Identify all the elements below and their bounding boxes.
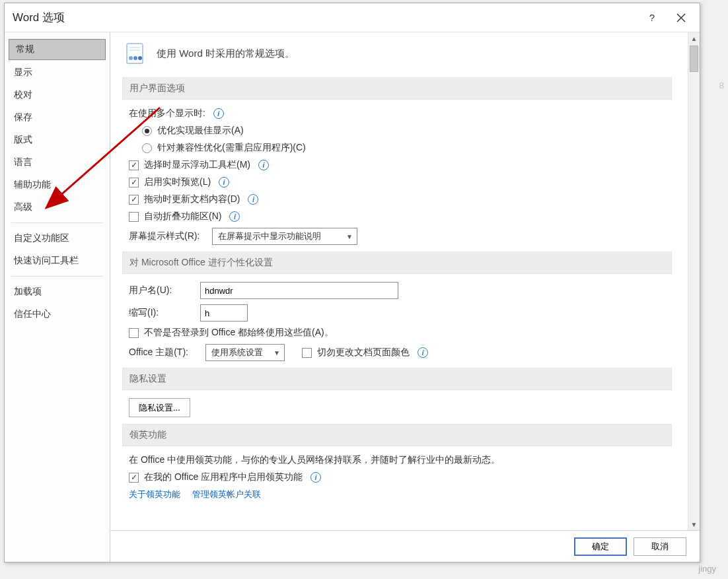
sidebar-item-trust-center[interactable]: 信任中心 [5, 303, 110, 325]
sidebar-item-save[interactable]: 保存 [5, 106, 110, 129]
svg-point-5 [138, 56, 142, 60]
scroll-thumb[interactable] [690, 46, 698, 72]
info-icon[interactable]: i [248, 194, 258, 205]
svg-point-3 [129, 56, 133, 60]
privacy-settings-button[interactable]: 隐私设置... [129, 398, 190, 417]
page-heading: 使用 Word 时采用的常规选项。 [122, 42, 672, 65]
section-linkedin: 领英功能 [122, 424, 672, 446]
sidebar-item-proofing[interactable]: 校对 [5, 84, 110, 106]
checkbox-collapse-ribbon-label: 自动折叠功能区(N) [144, 211, 221, 222]
section-privacy: 隐私设置 [122, 368, 672, 390]
radio-optimize-compat-label: 针对兼容性优化(需重启应用程序)(C) [157, 142, 306, 154]
chevron-down-icon: ▼ [273, 349, 280, 357]
section-ui-options: 用户界面选项 [122, 77, 672, 100]
sidebar-item-quick-access[interactable]: 快速访问工具栏 [5, 250, 110, 272]
link-manage-linkedin[interactable]: 管理领英帐户关联 [192, 489, 261, 500]
screentip-style-dropdown[interactable]: 在屏幕提示中显示功能说明 ▼ [212, 228, 357, 245]
office-theme-dropdown[interactable]: 使用系统设置 ▼ [205, 344, 285, 361]
sidebar-separator [11, 222, 103, 223]
sidebar-item-language[interactable]: 语言 [5, 151, 110, 174]
info-icon[interactable]: i [229, 211, 240, 222]
screentip-style-label: 屏幕提示样式(R): [129, 230, 207, 242]
dialog-body: 常规 显示 校对 保存 版式 语言 辅助功能 高级 自定义功能区 快速访问工具栏… [5, 32, 700, 562]
username-label: 用户名(U): [129, 285, 195, 296]
checkbox-always-use-values[interactable] [129, 328, 139, 338]
radio-optimize-compat[interactable] [142, 143, 152, 153]
sidebar-item-customize-ribbon[interactable]: 自定义功能区 [5, 227, 110, 250]
info-icon[interactable]: i [310, 472, 321, 483]
info-icon[interactable]: i [213, 108, 224, 119]
initials-label: 缩写(I): [129, 307, 195, 319]
vertical-scrollbar[interactable]: ▲ ▼ [688, 32, 700, 530]
cancel-button[interactable]: 取消 [634, 537, 686, 556]
sidebar-item-addins[interactable]: 加载项 [5, 281, 110, 303]
background-text: 8 [719, 81, 724, 90]
checkbox-live-preview[interactable] [129, 178, 139, 187]
checkbox-collapse-ribbon[interactable] [129, 212, 139, 222]
dialog-footer: 确定 取消 [110, 530, 700, 562]
checkbox-enable-linkedin[interactable] [129, 473, 139, 483]
content-panel: 使用 Word 时采用的常规选项。 用户界面选项 在使用多个显示时: i 优化实… [110, 32, 688, 530]
close-icon [676, 13, 686, 22]
info-icon[interactable]: i [418, 347, 428, 358]
svg-rect-2 [127, 44, 143, 63]
close-button[interactable] [667, 7, 696, 28]
help-button[interactable]: ? [637, 7, 667, 28]
sidebar-item-display[interactable]: 显示 [5, 61, 110, 84]
checkbox-live-preview-label: 启用实时预览(L) [144, 176, 211, 188]
checkbox-always-use-values-label: 不管是否登录到 Office 都始终使用这些值(A)。 [144, 327, 334, 339]
titlebar: Word 选项 ? [5, 3, 700, 32]
sidebar-item-layout[interactable]: 版式 [5, 129, 110, 151]
multi-display-label: 在使用多个显示时: [129, 108, 205, 119]
scroll-down-arrow-icon[interactable]: ▼ [688, 518, 700, 530]
chevron-down-icon: ▼ [346, 233, 353, 240]
sidebar-separator [11, 276, 103, 277]
svg-point-4 [133, 56, 137, 60]
checkbox-enable-linkedin-label: 在我的 Office 应用程序中启用领英功能 [144, 471, 303, 483]
section-personalize: 对 Microsoft Office 进行个性化设置 [122, 252, 672, 274]
sidebar-item-advanced[interactable]: 高级 [5, 196, 110, 219]
sidebar: 常规 显示 校对 保存 版式 语言 辅助功能 高级 自定义功能区 快速访问工具栏… [5, 32, 110, 562]
checkbox-keep-page-color-label: 切勿更改文档页面颜色 [317, 347, 410, 358]
general-options-icon [122, 42, 149, 65]
info-icon[interactable]: i [258, 160, 269, 170]
office-theme-value: 使用系统设置 [211, 347, 263, 358]
dialog-title: Word 选项 [13, 10, 637, 25]
ok-button[interactable]: 确定 [574, 537, 627, 556]
page-heading-text: 使用 Word 时采用的常规选项。 [157, 48, 295, 60]
checkbox-mini-toolbar-label: 选择时显示浮动工具栏(M) [144, 159, 250, 171]
checkbox-mini-toolbar[interactable] [129, 160, 139, 170]
link-about-linkedin[interactable]: 关于领英功能 [129, 489, 180, 500]
checkbox-keep-page-color[interactable] [302, 348, 312, 358]
screentip-style-value: 在屏幕提示中显示功能说明 [218, 230, 321, 242]
word-options-dialog: Word 选项 ? 常规 显示 校对 保存 版式 语言 辅助功能 高级 自定义功… [4, 3, 700, 562]
checkbox-update-on-drag-label: 拖动时更新文档内容(D) [144, 193, 240, 205]
office-theme-label: Office 主题(T): [129, 347, 200, 358]
content-wrap: 使用 Word 时采用的常规选项。 用户界面选项 在使用多个显示时: i 优化实… [110, 32, 700, 562]
username-input[interactable] [200, 282, 398, 299]
sidebar-item-general[interactable]: 常规 [9, 39, 106, 60]
sidebar-item-accessibility[interactable]: 辅助功能 [5, 174, 110, 196]
scroll-up-arrow-icon[interactable]: ▲ [688, 32, 700, 44]
linkedin-desc: 在 Office 中使用领英功能，与你的专业人员网络保持联系，并随时了解行业中的… [129, 454, 500, 466]
info-icon[interactable]: i [219, 177, 229, 187]
checkbox-update-on-drag[interactable] [129, 195, 139, 205]
radio-optimize-best-label: 优化实现最佳显示(A) [157, 125, 244, 137]
watermark: jingy [698, 564, 716, 574]
radio-optimize-best[interactable] [142, 126, 152, 136]
initials-input[interactable] [200, 304, 248, 322]
